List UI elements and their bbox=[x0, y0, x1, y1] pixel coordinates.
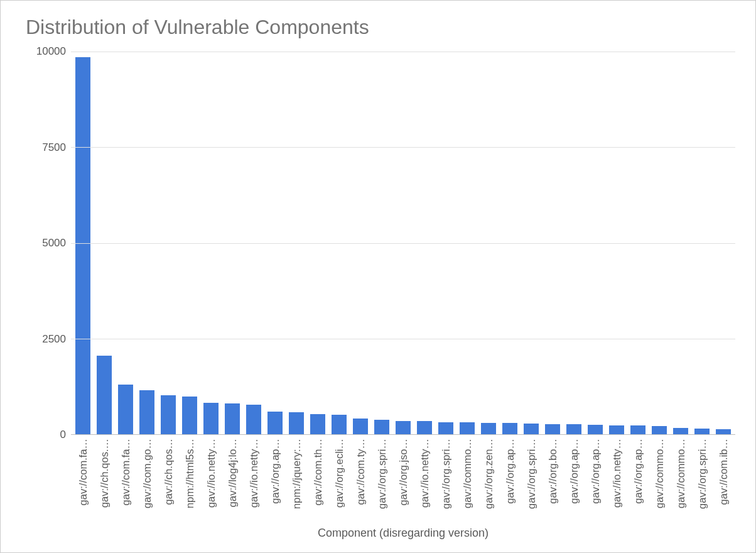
bar bbox=[694, 429, 710, 434]
x-tick-label: gav://ch.qos.… bbox=[99, 439, 111, 508]
plot-area bbox=[71, 52, 735, 435]
x-label-slot: npm://jquery:… bbox=[286, 435, 307, 509]
bar bbox=[588, 425, 603, 434]
x-label-slot: gav://org.spri… bbox=[691, 435, 713, 509]
bar bbox=[97, 356, 112, 434]
bar bbox=[460, 422, 475, 434]
bar bbox=[481, 423, 496, 434]
x-tick-label: gav://org.ap… bbox=[269, 439, 281, 504]
x-axis-title: Component (disregarding version) bbox=[71, 527, 735, 540]
x-label-slot: gav://org.spri… bbox=[435, 435, 456, 509]
x-labels-row: gav://com.fa…gav://ch.qos.…gav://com.fa…… bbox=[71, 435, 735, 509]
x-tick-label: gav://commo… bbox=[654, 439, 666, 508]
bar bbox=[524, 424, 539, 434]
x-tick-label: gav://org.jso… bbox=[397, 439, 409, 505]
x-label-slot: gav://commo… bbox=[649, 435, 670, 509]
plot-row: 025005000750010000 bbox=[21, 52, 735, 435]
x-tick-label: gav://org.spri… bbox=[696, 439, 708, 509]
x-tick-label: gav://commo… bbox=[675, 439, 687, 508]
x-tick-label: gav://org.spri… bbox=[526, 439, 537, 509]
x-labels: gav://com.fa…gav://ch.qos.…gav://com.fa…… bbox=[71, 435, 735, 509]
x-label-slot: gav://com.ib… bbox=[713, 435, 734, 509]
bar bbox=[545, 424, 560, 434]
x-label-slot: gav://com.th… bbox=[307, 435, 328, 509]
x-label-slot: gav://com.fa… bbox=[115, 435, 136, 509]
x-tick-label: gav://log4j:lo… bbox=[227, 439, 239, 507]
bar bbox=[332, 415, 347, 434]
bar bbox=[630, 425, 645, 434]
bar bbox=[438, 422, 453, 434]
y-tick-label: 5000 bbox=[42, 237, 66, 249]
x-label-slot: gav://org.ecli… bbox=[328, 435, 350, 509]
x-label-slot: gav://com.fa… bbox=[72, 435, 94, 509]
x-label-slot: gav://io.netty… bbox=[606, 435, 627, 509]
gridline bbox=[71, 339, 735, 339]
bar bbox=[716, 429, 731, 435]
y-tick-label: 0 bbox=[60, 429, 66, 441]
x-label-slot: gav://org.ap… bbox=[585, 435, 606, 509]
x-tick-label: gav://io.netty… bbox=[205, 439, 217, 508]
x-tick-label: npm://jquery:… bbox=[291, 439, 303, 509]
x-label-slot: gav://log4j:lo… bbox=[222, 435, 243, 509]
x-tick-label: gav://org.ecli… bbox=[333, 439, 345, 508]
x-label-slot: gav://com.ty… bbox=[350, 435, 371, 509]
x-tick-label: gav://commo… bbox=[462, 439, 473, 508]
x-label-slot: gav://org.zen… bbox=[478, 435, 499, 509]
x-label-slot: gav://io.netty… bbox=[243, 435, 264, 509]
x-label-slot: gav://org.bo… bbox=[542, 435, 563, 509]
chart-title: Distribution of Vulnerable Components bbox=[26, 16, 735, 39]
x-label-slot: gav://org.spri… bbox=[521, 435, 542, 509]
bar bbox=[652, 426, 667, 434]
bar bbox=[75, 57, 90, 434]
bar bbox=[182, 397, 197, 434]
bar bbox=[139, 390, 154, 434]
x-tick-label: gav://org.ap… bbox=[632, 439, 644, 504]
bar bbox=[246, 405, 261, 435]
bar bbox=[502, 423, 517, 434]
x-label-slot: gav://io.netty… bbox=[414, 435, 435, 509]
x-tick-label: gav://io.netty… bbox=[611, 439, 623, 508]
x-tick-label: gav://io.netty… bbox=[419, 439, 431, 508]
x-tick-label: gav://com.ib… bbox=[718, 439, 730, 505]
x-label-slot: gav://ch.qos… bbox=[158, 435, 179, 509]
bar bbox=[353, 419, 368, 435]
x-label-slot: npm://html5s… bbox=[179, 435, 200, 509]
bar bbox=[161, 395, 176, 434]
bar bbox=[609, 425, 624, 435]
bar bbox=[289, 412, 304, 434]
x-label-slot: gav://org.ap… bbox=[499, 435, 521, 509]
x-tick-label: gav://org.spri… bbox=[376, 439, 388, 509]
y-tick-label: 7500 bbox=[42, 141, 66, 154]
bar bbox=[267, 412, 283, 435]
x-tick-label: gav://org.ap… bbox=[568, 439, 580, 504]
x-tick-label: gav://com.fa… bbox=[120, 439, 132, 505]
x-label-slot: gav://ch.qos.… bbox=[94, 435, 115, 509]
x-tick-label: gav://com.go… bbox=[141, 439, 153, 508]
y-tick-label: 10000 bbox=[36, 45, 66, 58]
x-label-slot: gav://org.jso… bbox=[392, 435, 414, 509]
x-label-slot: gav://commo… bbox=[670, 435, 691, 509]
y-axis: 025005000750010000 bbox=[21, 52, 71, 435]
gridline bbox=[71, 243, 735, 244]
bar bbox=[566, 424, 581, 434]
x-label-slot: gav://org.ap… bbox=[627, 435, 649, 509]
bar bbox=[225, 403, 240, 434]
x-tick-label: gav://com.fa… bbox=[77, 439, 89, 505]
x-tick-label: gav://org.zen… bbox=[483, 439, 495, 509]
x-tick-label: gav://io.netty… bbox=[248, 439, 260, 508]
bar bbox=[417, 421, 432, 434]
bar bbox=[310, 414, 325, 434]
x-tick-label: gav://org.spri… bbox=[440, 439, 452, 509]
bar bbox=[673, 428, 688, 434]
x-label-slot: gav://org.ap… bbox=[264, 435, 286, 509]
x-label-slot: gav://org.ap… bbox=[563, 435, 585, 509]
x-label-slot: gav://commo… bbox=[456, 435, 478, 509]
bar bbox=[374, 420, 389, 434]
y-tick-label: 2500 bbox=[42, 333, 66, 346]
bar bbox=[203, 403, 219, 434]
x-tick-label: npm://html5s… bbox=[184, 439, 196, 508]
x-tick-label: gav://ch.qos… bbox=[163, 439, 175, 505]
x-tick-label: gav://com.ty… bbox=[355, 439, 367, 505]
bar bbox=[118, 385, 133, 434]
x-tick-label: gav://org.ap… bbox=[590, 439, 602, 504]
